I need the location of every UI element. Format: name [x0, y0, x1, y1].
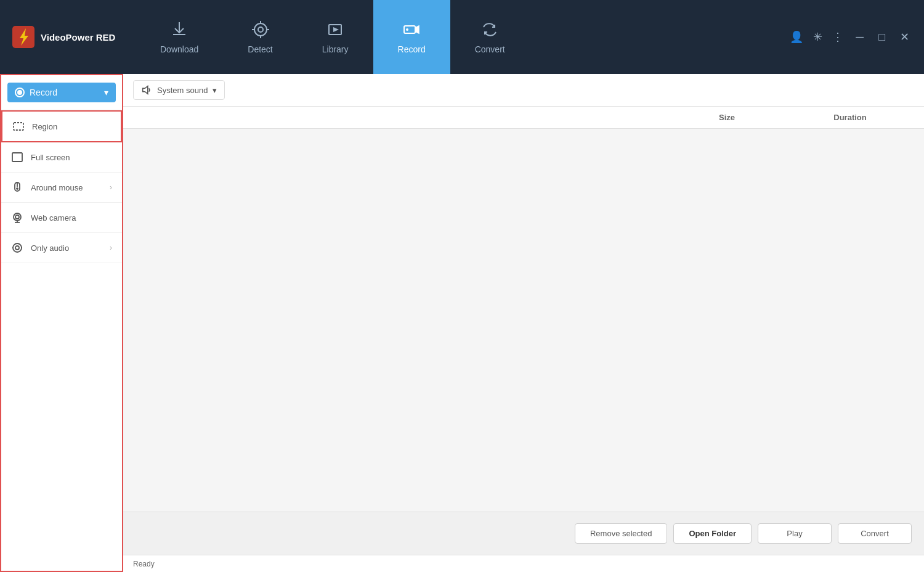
svg-point-23	[15, 246, 19, 250]
record-circle-icon	[15, 88, 25, 97]
record-dropdown-icon: ▾	[104, 88, 108, 97]
detect-icon	[251, 20, 270, 39]
convert-button[interactable]: Convert	[838, 523, 912, 544]
window-controls: 👤 ✳ ⋮ ─ □ ✕	[790, 30, 924, 44]
col-size-header: Size	[665, 113, 788, 122]
main-content: Record ▾ Region Full screen	[0, 74, 924, 572]
open-folder-button[interactable]: Open Folder	[673, 523, 752, 544]
tab-detect[interactable]: Detect	[223, 0, 297, 74]
sound-icon	[141, 84, 152, 96]
tab-download[interactable]: Download	[136, 0, 223, 74]
menu-item-fullscreen[interactable]: Full screen	[1, 142, 122, 173]
col-duration-header: Duration	[788, 113, 912, 122]
minimize-button[interactable]: ─	[853, 31, 866, 44]
audio-icon	[11, 242, 23, 254]
system-sound-button[interactable]: System sound ▾	[133, 80, 225, 100]
svg-point-12	[406, 28, 408, 31]
bottom-bar: Remove selected Open Folder Play Convert	[123, 512, 924, 555]
close-button[interactable]: ✕	[898, 30, 912, 44]
svg-point-3	[258, 27, 263, 32]
status-text: Ready	[133, 560, 155, 568]
remove-selected-button[interactable]: Remove selected	[575, 523, 667, 544]
table-header: Size Duration	[123, 107, 924, 129]
menu-item-only-audio[interactable]: Only audio ›	[1, 233, 122, 263]
toolbar-row: System sound ▾	[123, 74, 924, 107]
svg-point-19	[15, 215, 19, 219]
svg-point-17	[17, 188, 18, 189]
titlebar: VideoPower RED Download Detect	[0, 0, 924, 74]
restore-button[interactable]: □	[876, 31, 888, 44]
sound-dropdown-icon: ▾	[213, 86, 217, 95]
svg-marker-11	[415, 26, 419, 33]
record-btn-row: Record ▾	[1, 75, 122, 110]
svg-rect-14	[12, 153, 22, 161]
fullscreen-icon	[11, 151, 23, 163]
library-icon	[325, 20, 345, 39]
tab-library[interactable]: Library	[298, 0, 373, 74]
region-icon	[12, 120, 25, 133]
svg-point-2	[254, 23, 267, 36]
mouse-icon	[11, 181, 23, 194]
svg-marker-26	[143, 86, 148, 94]
menu-items: Region Full screen Around mouse ›	[1, 110, 122, 571]
around-mouse-arrow: ›	[110, 183, 112, 192]
svg-rect-13	[14, 123, 23, 130]
tab-convert[interactable]: Convert	[450, 0, 530, 74]
svg-rect-10	[404, 26, 415, 33]
app-logo: VideoPower RED	[0, 26, 136, 48]
only-audio-arrow: ›	[110, 243, 112, 252]
menu-item-around-mouse[interactable]: Around mouse ›	[1, 173, 122, 203]
right-panel: System sound ▾ Size Duration Remove sele…	[123, 74, 924, 572]
content-area	[123, 129, 924, 512]
menu-item-web-camera[interactable]: Web camera	[1, 203, 122, 233]
download-icon	[169, 20, 189, 39]
webcam-icon	[11, 211, 23, 224]
play-button[interactable]: Play	[758, 523, 832, 544]
svg-point-18	[14, 213, 21, 221]
record-button[interactable]: Record ▾	[7, 83, 116, 102]
convert-nav-icon	[480, 20, 500, 39]
snowflake-icon[interactable]: ✳	[813, 30, 822, 44]
svg-point-22	[13, 243, 22, 252]
user-icon[interactable]: 👤	[790, 30, 803, 44]
tab-record[interactable]: Record	[373, 0, 450, 74]
status-bar: Ready	[123, 555, 924, 572]
left-panel: Record ▾ Region Full screen	[0, 74, 123, 572]
menu-item-region[interactable]: Region	[1, 110, 122, 142]
nav-tabs: Download Detect Library	[136, 0, 790, 74]
record-nav-icon	[402, 20, 421, 39]
svg-marker-9	[333, 27, 339, 32]
app-logo-icon	[12, 26, 34, 48]
menu-dots-icon[interactable]: ⋮	[832, 30, 843, 44]
app-title: VideoPower RED	[41, 32, 115, 43]
